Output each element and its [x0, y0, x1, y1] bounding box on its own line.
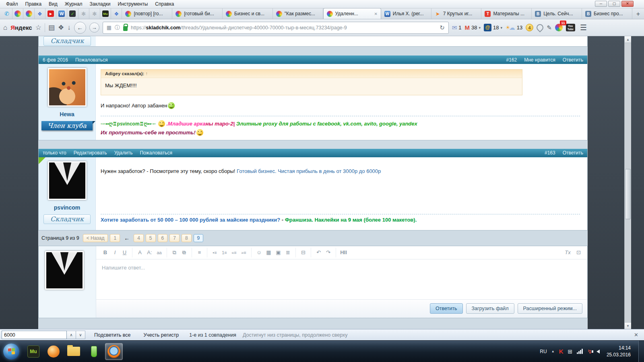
signature-offer[interactable]: Хотите заработать от 50 000 – 100 000 ру…: [101, 217, 280, 223]
page-button-1[interactable]: 1: [110, 234, 120, 242]
tab-povtor[interactable]: [повтор] [го...: [122, 8, 172, 19]
avatar[interactable]: [48, 68, 87, 107]
redo-button[interactable]: ↷: [324, 248, 333, 257]
back-button[interactable]: ←: [74, 22, 86, 34]
drop-widget[interactable]: [537, 24, 543, 31]
numbered-list-button[interactable]: 1≡: [220, 248, 229, 257]
chevron-down-icon[interactable]: ▾: [479, 26, 481, 30]
insert-image-button[interactable]: ▦: [264, 248, 273, 257]
language-indicator[interactable]: RU: [540, 349, 547, 354]
match-case-button[interactable]: Учесть регистр: [139, 332, 183, 338]
edit-link[interactable]: Редактировать: [74, 150, 107, 156]
url-bar[interactable]: ▦ ⓘ https://skladchik.com/threads/Удален…: [103, 22, 449, 34]
username[interactable]: psvincom: [54, 204, 80, 211]
signature-link-taro-2[interactable]: ны таро-2|: [206, 121, 235, 127]
tab-7-krutyh[interactable]: ➤7 Крутых иг...: [431, 8, 482, 19]
forward-button[interactable]: →: [89, 23, 99, 33]
pinned-tab-youtube[interactable]: ▶: [45, 8, 56, 19]
extension-widget[interactable]: 11: [555, 24, 563, 31]
find-close-icon[interactable]: ✕: [630, 332, 642, 338]
maximize-button[interactable]: ▢: [608, 1, 620, 7]
pinned-tab-phone[interactable]: ✆: [2, 8, 12, 19]
pinned-tab-forum-2[interactable]: [23, 8, 34, 19]
menu-bookmarks[interactable]: Закладки: [86, 0, 114, 8]
info-icon[interactable]: ⓘ: [115, 24, 120, 31]
network-signal-icon[interactable]: [577, 349, 583, 354]
insert-link-button[interactable]: ⧉: [170, 248, 179, 257]
pinned-tab-gray-2[interactable]: ✻: [89, 8, 100, 19]
signature-username[interactable]: psvincom: [117, 121, 140, 127]
scrollbar-thumb[interactable]: [625, 169, 631, 219]
indent-button[interactable]: »≡: [239, 248, 248, 257]
delete-link[interactable]: Удалить: [114, 150, 133, 156]
hamburger-menu-icon[interactable]: ☰: [580, 23, 587, 32]
smiley-button[interactable]: ☺: [254, 248, 264, 257]
save-draft-button[interactable]: ⊟: [299, 248, 308, 257]
yandex-button[interactable]: Яндекс: [10, 24, 32, 31]
minimize-button[interactable]: ─: [595, 1, 607, 7]
report-link[interactable]: Пожаловаться: [140, 150, 172, 156]
signature-franchise-link[interactable]: Франшиза. Наклейки на 9 мая (более 100 м…: [285, 217, 417, 223]
menu-tools[interactable]: Инструменты: [114, 0, 152, 8]
find-previous-button[interactable]: ∧: [67, 331, 76, 339]
coin-widget[interactable]: 4: [526, 24, 533, 31]
close-button[interactable]: ✕: [621, 1, 634, 7]
new-tab-button[interactable]: +: [632, 9, 644, 19]
page-button-5[interactable]: 5: [146, 234, 156, 242]
page-button-4[interactable]: 4: [134, 234, 144, 242]
pinned-tab-forum-1[interactable]: [12, 8, 23, 19]
like-link[interactable]: Мне нравится: [524, 57, 555, 63]
clipboard-icon[interactable]: ▤: [48, 23, 55, 32]
post-number[interactable]: #162: [506, 57, 517, 63]
find-next-button[interactable]: ∨: [76, 331, 85, 339]
pinned-tab-gray-1[interactable]: ✻: [78, 8, 89, 19]
page-button-8[interactable]: 8: [182, 234, 192, 242]
report-link[interactable]: Пожаловаться: [75, 57, 108, 63]
username[interactable]: Hewa: [60, 111, 74, 117]
highlight-all-button[interactable]: Подсветить все: [90, 332, 134, 338]
alignment-button[interactable]: ≡: [195, 248, 204, 257]
text-color-button[interactable]: A: [135, 248, 144, 257]
menu-history[interactable]: Журнал: [61, 0, 86, 8]
vertical-scrollbar[interactable]: ▲ ▼: [624, 36, 631, 329]
remove-format-button[interactable]: Tx: [563, 248, 572, 257]
bold-button[interactable]: B: [101, 248, 110, 257]
prev-page-button[interactable]: < Назад: [83, 234, 108, 242]
menu-view[interactable]: Вид: [45, 0, 61, 8]
youtube-button[interactable]: YouTube: [566, 24, 575, 31]
tab-udalenny-active[interactable]: Удаленн...✕: [323, 8, 381, 19]
tab-biznes-i-sv[interactable]: Бизнес и св...: [223, 8, 273, 19]
menu-edit[interactable]: Правка: [22, 0, 45, 8]
taskbar-clock[interactable]: 14:14 25.03.2016: [607, 345, 631, 358]
mailru-widget[interactable]: @18▾: [484, 24, 502, 31]
gmail-widget[interactable]: M38▾: [465, 24, 481, 31]
tab-materialy[interactable]: TМатериалы ...: [481, 8, 532, 19]
quote-jump-arrow[interactable]: ↑: [146, 71, 148, 76]
heading-button[interactable]: HII: [339, 248, 348, 257]
page-button-7[interactable]: 7: [169, 234, 180, 242]
url-text[interactable]: https://skladchik.com/threads/Удаленный-…: [131, 25, 347, 31]
start-button[interactable]: [3, 343, 19, 360]
pinned-tab-check[interactable]: ✓: [67, 8, 78, 19]
windows-update-icon[interactable]: ⊞: [568, 348, 572, 355]
pinned-tab-ornament[interactable]: ❖: [35, 8, 45, 19]
font-size-button[interactable]: A:: [145, 248, 154, 257]
taskbar-muse[interactable]: Mu: [25, 343, 42, 360]
weather-widget[interactable]: ☀☁13: [506, 24, 522, 31]
taskbar-firefox-active[interactable]: [105, 343, 123, 360]
pinned-tab-ornament-2[interactable]: ❖: [111, 8, 122, 19]
page-button-6[interactable]: 6: [158, 234, 168, 242]
reload-icon[interactable]: ↻: [440, 24, 445, 31]
tab-gotovy[interactable]: [готовый би...: [172, 8, 223, 19]
advanced-mode-button[interactable]: Расширенный режим...: [518, 303, 582, 314]
home-icon[interactable]: ⌂: [3, 24, 7, 32]
italic-button[interactable]: I: [110, 248, 120, 257]
signature-link-proxy[interactable]: Элитные proxy для работы с facebook, vk.…: [236, 121, 417, 127]
outdent-button[interactable]: «≡: [229, 248, 239, 257]
taskbar-app-green[interactable]: [85, 343, 103, 360]
post-date[interactable]: 6 фев 2016: [43, 57, 68, 63]
download-icon[interactable]: ↓: [67, 24, 71, 32]
lock-icon[interactable]: [123, 26, 128, 31]
reply-link[interactable]: Ответить: [563, 150, 583, 156]
pinned-tab-word[interactable]: W: [56, 8, 67, 19]
